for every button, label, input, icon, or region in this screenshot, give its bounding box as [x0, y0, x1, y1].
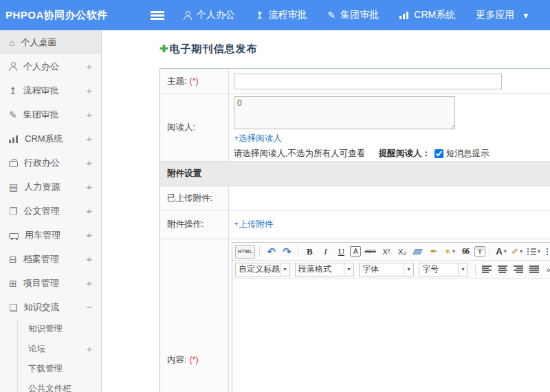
align-justify-button[interactable]: [527, 263, 541, 276]
expand-plus-icon[interactable]: +: [86, 181, 92, 193]
expand-plus-icon[interactable]: +: [86, 85, 92, 96]
editor-toolbar-row1: HTML ↶ ↷ B I U A ABC X² X₂: [232, 243, 550, 261]
heading-select[interactable]: 自定义标题▾: [235, 263, 290, 276]
insert-link-button[interactable]: ∞: [543, 263, 550, 276]
app-logo: PHPOA协同办公软件: [6, 9, 108, 22]
ordered-list-button[interactable]: ▾: [526, 245, 542, 259]
sidebar-item-label: 用车管理: [25, 229, 86, 241]
html-source-button[interactable]: HTML: [235, 245, 255, 259]
uploaded-attachments-row: 已上传附件:: [160, 186, 550, 210]
caret-down-icon: ▾: [504, 248, 507, 254]
topnav-item-1[interactable]: 个人办公: [184, 9, 235, 21]
expand-plus-icon[interactable]: +: [86, 133, 92, 144]
caret-down-icon: ▾: [538, 248, 540, 254]
paragraph-format-select[interactable]: 段落格式▾: [295, 263, 354, 276]
auto-format-button[interactable]: ✶▾: [443, 245, 456, 259]
sidebar-subitem-label: 知识管理: [28, 323, 92, 335]
italic-button[interactable]: I: [318, 245, 332, 259]
sidebar-item-label: CRM系统: [25, 133, 86, 145]
attachment-action-label-text: 附件操作:: [167, 219, 204, 230]
truck-icon: [9, 233, 19, 239]
sidebar-item-1[interactable]: ⌂个人桌面: [0, 30, 101, 54]
topnav-item-4[interactable]: CRM系统: [399, 9, 455, 21]
char-border-button[interactable]: A: [350, 246, 361, 257]
align-center-icon: [498, 265, 507, 273]
sidebar-item-9[interactable]: 用车管理+: [0, 223, 101, 247]
align-left-button[interactable]: [480, 263, 494, 276]
expand-plus-icon[interactable]: +: [86, 277, 92, 289]
upload-attachment-link[interactable]: +上传附件: [234, 219, 273, 230]
superscript-button[interactable]: X²: [380, 245, 393, 259]
content-label: 内容: (*): [160, 239, 229, 392]
collapse-minus-icon[interactable]: −: [86, 301, 92, 313]
expand-plus-icon[interactable]: +: [86, 157, 92, 168]
font-family-select[interactable]: 字体▾: [359, 263, 414, 276]
readers-textarea[interactable]: 0: [234, 96, 455, 129]
strikethrough-button[interactable]: ABC: [363, 245, 377, 259]
uploaded-attachments-value: [229, 186, 550, 210]
readers-label: 阅读人:: [160, 94, 229, 161]
undo-icon[interactable]: ↶: [264, 245, 278, 259]
sidebar-item-12[interactable]: ❏知识交流−: [0, 295, 101, 319]
sidebar-item-2[interactable]: 个人办公+: [0, 54, 101, 78]
rich-text-editor: HTML ↶ ↷ B I U A ABC X² X₂: [232, 242, 550, 392]
caret-down-icon: ▾: [520, 248, 522, 254]
font-color-button[interactable]: A▾: [494, 245, 508, 259]
sidebar-item-10[interactable]: ⊟档案管理+: [0, 247, 101, 271]
redo-icon[interactable]: ↷: [280, 245, 294, 259]
attachment-settings-header: 附件设置: [160, 162, 550, 186]
expand-plus-icon[interactable]: +: [86, 205, 92, 217]
caret-down-icon: ▾: [280, 263, 289, 276]
topnav-item-3[interactable]: ✎集团审批: [328, 9, 380, 21]
sidebar-item-7[interactable]: ▤人力资源+: [0, 175, 101, 199]
sidebar-item-6[interactable]: 行政办公+: [0, 151, 101, 175]
subject-label: 主题: (*): [160, 69, 229, 94]
sidebar-subitem-label: 下载管理: [28, 363, 92, 375]
sidebar-item-label: 集团审批: [23, 109, 87, 121]
sidebar-subitem-3[interactable]: 下载管理: [18, 359, 101, 379]
sidebar-item-5[interactable]: CRM系统+: [0, 127, 101, 151]
sidebar-item-4[interactable]: ✎集团审批+: [0, 102, 101, 127]
expand-plus-icon[interactable]: +: [86, 61, 92, 72]
page-title: ✚ 电子期刊信息发布: [160, 40, 550, 58]
align-center-button[interactable]: [496, 263, 509, 276]
editor-content-area[interactable]: [232, 279, 550, 392]
expand-plus-icon[interactable]: +: [86, 229, 92, 241]
expand-plus-icon[interactable]: +: [87, 344, 92, 355]
sidebar-item-3[interactable]: ↥流程审批+: [0, 78, 101, 102]
sidebar-subitem-1[interactable]: 知识管理: [18, 319, 101, 339]
caret-down-icon: ▾: [458, 263, 468, 276]
sidebar-subitem-label: 公共文件柜: [28, 383, 92, 392]
select-readers-link[interactable]: +选择阅读人: [234, 133, 489, 144]
font-size-select[interactable]: 字号▾: [419, 263, 468, 276]
subscript-button[interactable]: X₂: [395, 245, 409, 259]
topnav-item-5[interactable]: 更多应用▾: [476, 9, 528, 21]
topnav-item-2[interactable]: ↥流程审批: [256, 9, 307, 21]
sidebar-sublist: 知识管理论坛+下载管理公共文件柜: [17, 319, 101, 392]
blockquote-button[interactable]: 66: [459, 245, 472, 259]
align-right-button[interactable]: [512, 263, 525, 276]
sidebar-subitem-4[interactable]: 公共文件柜: [18, 379, 101, 392]
caret-down-icon: ▾: [344, 263, 353, 276]
workflow-icon: ↥: [9, 86, 17, 96]
sms-remind-checkbox[interactable]: [434, 149, 443, 158]
expand-plus-icon[interactable]: +: [86, 109, 92, 120]
highlight-color-button[interactable]: ✐▾: [510, 245, 524, 259]
expand-plus-icon[interactable]: +: [86, 253, 92, 265]
underline-button[interactable]: U: [334, 245, 348, 259]
toolbar-separator: [259, 246, 260, 257]
sidebar-item-11[interactable]: ⊞项目管理+: [0, 271, 101, 295]
hamburger-menu-icon[interactable]: [151, 11, 164, 20]
paste-text-button[interactable]: T: [474, 246, 485, 257]
sidebar-item-8[interactable]: ❐公文管理+: [0, 199, 101, 223]
caret-down-icon: ▾: [523, 10, 528, 20]
sidebar-subitem-2[interactable]: 论坛+: [18, 339, 101, 359]
format-brush-button[interactable]: ✒: [427, 245, 441, 259]
subject-input[interactable]: [234, 74, 502, 89]
bold-button[interactable]: B: [302, 245, 316, 259]
eraser-button[interactable]: [411, 245, 425, 259]
attachment-action-row: 附件操作: +上传附件: [160, 210, 550, 239]
attachment-header-text: 附件设置: [167, 168, 201, 179]
content-label-text: 内容:: [167, 354, 186, 366]
bullet-list-button[interactable]: [544, 245, 550, 259]
